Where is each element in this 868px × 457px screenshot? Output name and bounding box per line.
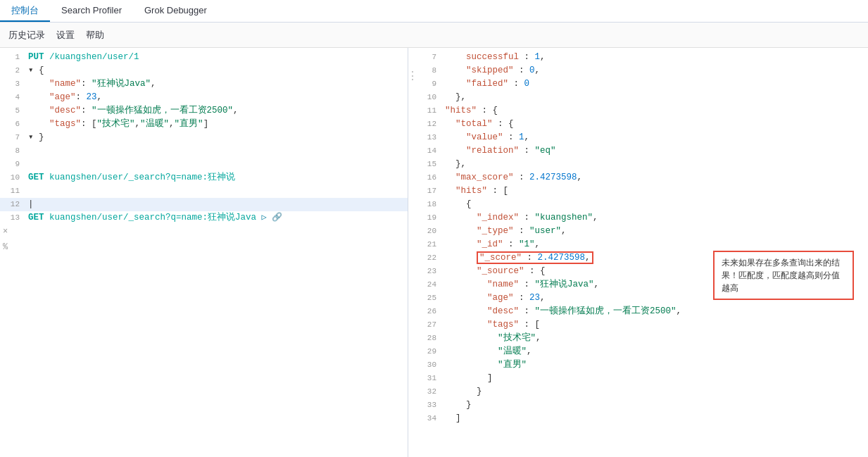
editor-line-1: 1 PUT /kuangshen/user/1 bbox=[0, 51, 408, 64]
result-line-11: 11 "hits" : { bbox=[417, 104, 868, 118]
menu-settings[interactable]: 设置 bbox=[56, 29, 75, 42]
result-panel: 7 successful : 1, 8 "skipped" : 0, 9 "fa… bbox=[417, 48, 868, 457]
menu-history[interactable]: 历史记录 bbox=[8, 29, 45, 42]
divider-dots: ⋮ bbox=[408, 48, 417, 457]
result-line-30: 30 "直男" bbox=[417, 358, 868, 372]
result-line-34: 34 ] bbox=[417, 412, 868, 425]
result-line-16: 16 "max_score" : 2.4273598, bbox=[417, 171, 868, 184]
result-line-17: 17 "hits" : [ bbox=[417, 184, 868, 198]
result-line-7: 7 successful : 1, bbox=[417, 51, 868, 64]
close-icon[interactable]: × bbox=[3, 227, 8, 237]
result-line-9: 9 "failed" : 0 bbox=[417, 77, 868, 91]
result-line-18: 18 { bbox=[417, 198, 868, 211]
tab-grok-debugger[interactable]: Grok Debugger bbox=[133, 0, 218, 22]
menu-bar: 历史记录 设置 帮助 bbox=[0, 23, 868, 48]
result-line-14: 14 "relation" : "eq" bbox=[417, 144, 868, 158]
run-icon[interactable]: ▷ bbox=[262, 213, 267, 223]
editor-line-9: 9 bbox=[0, 158, 408, 171]
result-line-27: 27 "tags" : [ bbox=[417, 318, 868, 332]
editor-line-5: 5 "desc": "一顿操作猛如虎，一看工资2500", bbox=[0, 104, 408, 118]
main-content: 1 PUT /kuangshen/user/1 2 ▾ { 3 "name": … bbox=[0, 48, 868, 457]
editor-line-2: 2 ▾ { bbox=[0, 64, 408, 77]
result-line-8: 8 "skipped" : 0, bbox=[417, 64, 868, 77]
result-line-33: 33 } bbox=[417, 399, 868, 412]
editor-lines: 1 PUT /kuangshen/user/1 2 ▾ { 3 "name": … bbox=[0, 48, 408, 227]
result-lines: 7 successful : 1, 8 "skipped" : 0, 9 "fa… bbox=[417, 48, 868, 428]
menu-help[interactable]: 帮助 bbox=[86, 29, 104, 42]
tab-console[interactable]: 控制台 bbox=[0, 0, 50, 22]
tab-bar: 控制台 Search Profiler Grok Debugger bbox=[0, 0, 868, 23]
result-line-13: 13 "value" : 1, bbox=[417, 131, 868, 144]
result-line-21: 21 "_id" : "1", bbox=[417, 238, 868, 251]
editor-line-7: 7 ▾ } bbox=[0, 131, 408, 144]
annotation-box: 未来如果存在多条查询出来的结果！匹配度，匹配度越高则分值越高 bbox=[713, 251, 854, 300]
editor-line-10: 10 GET kuangshen/user/_search?q=name:狂神说 bbox=[0, 171, 408, 184]
editor-line-8: 8 bbox=[0, 144, 408, 158]
editor-line-6: 6 "tags": ["技术宅","温暖","直男"] bbox=[0, 118, 408, 131]
result-line-32: 32 } bbox=[417, 385, 868, 399]
result-line-10: 10 }, bbox=[417, 91, 868, 104]
result-line-20: 20 "_type" : "user", bbox=[417, 225, 868, 238]
result-line-19: 19 "_index" : "kuangshen", bbox=[417, 211, 868, 225]
tab-search-profiler[interactable]: Search Profiler bbox=[50, 0, 133, 22]
result-line-12: 12 "total" : { bbox=[417, 118, 868, 131]
result-line-26: 26 "desc" : "一顿操作猛如虎，一看工资2500", bbox=[417, 305, 868, 318]
editor-line-11: 11 bbox=[0, 184, 408, 198]
editor-line-3: 3 "name": "狂神说Java", bbox=[0, 77, 408, 91]
result-line-15: 15 }, bbox=[417, 158, 868, 171]
copy-icon[interactable]: 🔗 bbox=[272, 213, 282, 223]
editor-line-12: 12 | bbox=[0, 198, 408, 211]
editor-line-4: 4 "age": 23, bbox=[0, 91, 408, 104]
result-line-28: 28 "技术宅", bbox=[417, 332, 868, 345]
result-line-29: 29 "温暖", bbox=[417, 345, 868, 358]
percent-icon: % bbox=[3, 242, 8, 252]
result-line-31: 31 ] bbox=[417, 372, 868, 385]
editor-line-13: 13 GET kuangshen/user/_search?q=name:狂神说… bbox=[0, 211, 408, 225]
side-icons: × % bbox=[0, 224, 11, 255]
editor-panel[interactable]: 1 PUT /kuangshen/user/1 2 ▾ { 3 "name": … bbox=[0, 48, 408, 457]
